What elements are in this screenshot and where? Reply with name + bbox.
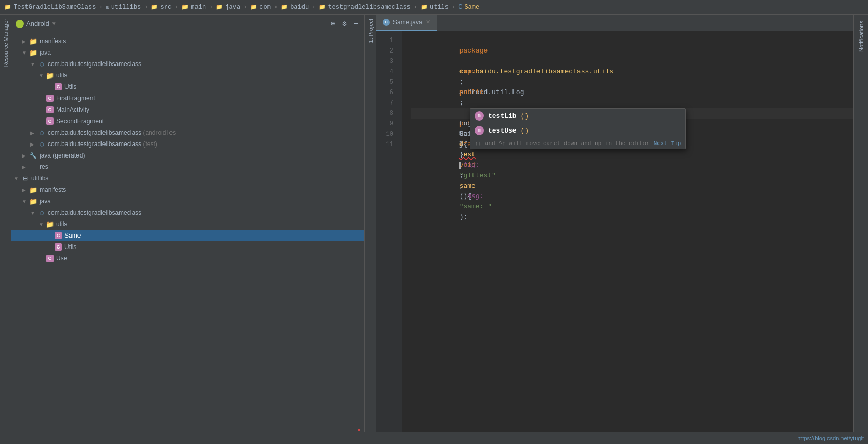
sep3: › xyxy=(175,4,178,11)
tree-item-java2[interactable]: ▼ 📁 java xyxy=(11,195,364,207)
breadcrumb-utils[interactable]: utils xyxy=(430,4,449,11)
tree-item-utillibs[interactable]: ▼ ⊞ utillibs xyxy=(11,173,364,184)
tree-item-second-fragment[interactable]: C SecondFragment xyxy=(11,115,364,127)
tree-label-utils2: utils xyxy=(56,220,67,228)
class-icon-sf: C xyxy=(46,117,54,125)
folder-icon-utils1: 📁 xyxy=(46,71,54,80)
tree-label-use: Use xyxy=(56,255,67,262)
autocomplete-item-testlib[interactable]: m testLib () xyxy=(470,109,685,123)
ac-hint-bar: ↑↓ and ^↑ will move caret down and up in… xyxy=(470,138,685,149)
code-lines: package com.baidu.testgradlelibsameclass… xyxy=(402,31,853,432)
tab-close-button[interactable]: ✕ xyxy=(426,19,430,25)
res-icon1: ≡ xyxy=(29,163,37,171)
tree-label-utillibs: utillibs xyxy=(31,175,48,182)
scroll-indicator xyxy=(11,429,364,432)
line-num-7: 7 xyxy=(376,98,398,108)
class-icon-ma: C xyxy=(46,106,54,114)
pkg-icon4: ⬡ xyxy=(37,208,46,217)
tree-label-same: Same xyxy=(64,232,81,239)
folder-icon-java1: 📁 xyxy=(29,48,37,57)
breadcrumb-project[interactable]: TestGradleLibSameClass xyxy=(14,4,96,11)
pkg-icon1: ⬡ xyxy=(37,60,46,68)
breadcrumb-com[interactable]: com xyxy=(259,4,271,11)
gear-button[interactable]: ⚙ xyxy=(340,18,348,29)
tree-item-utils-cls2[interactable]: C Utils xyxy=(11,241,364,253)
class-icon-use: C xyxy=(46,254,54,263)
resource-manager-label[interactable]: Resource Manager xyxy=(2,15,10,72)
tab-bar: C Same.java ✕ xyxy=(376,15,853,31)
add-button[interactable]: ⊕ xyxy=(328,18,337,29)
tree-item-use[interactable]: C Use xyxy=(11,253,364,264)
tab-class-icon: C xyxy=(383,19,390,26)
tree-item-java-gen[interactable]: ▶ 🔧 java (generated) xyxy=(11,150,364,161)
breadcrumb-java[interactable]: java xyxy=(225,4,240,11)
tree-label-pkg3-suffix: (test) xyxy=(141,140,157,148)
tree-label-java2: java xyxy=(40,198,51,205)
code-line-6: ○ public static void same (){ xyxy=(411,87,853,98)
tab-same-java[interactable]: C Same.java ✕ xyxy=(376,15,437,31)
tree-item-first-fragment[interactable]: C FirstFragment xyxy=(11,93,364,104)
pkg-icon2: ⬡ xyxy=(37,128,46,137)
tree-item-utils2[interactable]: ▼ 📁 utils xyxy=(11,218,364,230)
minus-button[interactable]: − xyxy=(352,19,360,29)
tree-item-manifests2[interactable]: ▶ 📁 manifests xyxy=(11,184,364,195)
breadcrumb-main[interactable]: main xyxy=(191,4,206,11)
tree-label-pkg3: com.baidu.testgradlelibsameclass xyxy=(48,140,141,148)
line-num-5: 5 xyxy=(376,77,398,87)
breadcrumb-utillibs[interactable]: utillibs xyxy=(111,4,141,11)
code-line-5: public class Same { xyxy=(411,77,853,87)
breadcrumb-baidu[interactable]: baidu xyxy=(290,4,309,11)
project-tree[interactable]: ▶ 📁 manifests ▼ 📁 java ▼ ⬡ com.baidu.tes… xyxy=(11,33,364,429)
tree-label-java-gen: java (generated) xyxy=(40,152,85,159)
breadcrumb-testgradlelibsameclass[interactable]: testgradlelibsameclass xyxy=(328,4,410,11)
folder-icon-manifests2: 📁 xyxy=(29,186,37,194)
utillibs-icon: ⊞ xyxy=(21,174,29,182)
code-line-3: import android.util.Log ; xyxy=(411,56,853,67)
android-icon xyxy=(16,20,24,28)
tree-item-utils1[interactable]: ▼ 📁 utils xyxy=(11,70,364,81)
project-side-tab: 1: Project xyxy=(365,15,376,432)
sep6: › xyxy=(274,4,278,11)
sep5: › xyxy=(243,4,247,11)
code-line-2 xyxy=(411,46,853,56)
line-num-9: 9 xyxy=(376,119,398,129)
panel-toolbar: Android ▼ ⊕ ⚙ − xyxy=(11,15,364,33)
code-line-4 xyxy=(411,67,853,77)
right-side-labels: Notifications xyxy=(853,15,868,432)
tree-item-pkg2[interactable]: ▶ ⬡ com.baidu.testgradlelibsameclass (an… xyxy=(11,127,364,138)
tree-item-pkg1[interactable]: ▼ ⬡ com.baidu.testgradlelibsameclass xyxy=(11,58,364,70)
tree-item-same[interactable]: C Same xyxy=(11,230,364,241)
breadcrumb-same[interactable]: Same xyxy=(464,4,479,11)
breadcrumb-src[interactable]: src xyxy=(160,4,172,11)
breadcrumb-icon3: 📁 xyxy=(151,4,158,10)
ac-hint-text: ↑↓ and ^↑ will move caret down and up in… xyxy=(475,140,650,147)
tree-item-manifests1[interactable]: ▶ 📁 manifests xyxy=(11,35,364,47)
breadcrumb-icon5: 📁 xyxy=(216,4,223,10)
tree-item-res1[interactable]: ▶ ≡ res xyxy=(11,161,364,173)
tree-item-java1[interactable]: ▼ 📁 java xyxy=(11,47,364,58)
left-side-panel: Resource Manager xyxy=(0,15,11,432)
line-num-3: 3 xyxy=(376,56,398,67)
class-icon-utils1: C xyxy=(54,83,62,91)
class-icon-utils2: C xyxy=(54,243,62,251)
autocomplete-popup: m testLib () m testUse () ↑↓ and ^ xyxy=(470,108,686,149)
autocomplete-item-testuse[interactable]: m testUse () xyxy=(470,123,685,138)
tree-item-utils-class1[interactable]: C Utils xyxy=(11,81,364,93)
android-dropdown[interactable]: Android ▼ xyxy=(16,20,57,28)
java-gen-icon: 🔧 xyxy=(29,151,37,160)
ac-method-testuse: testUse () xyxy=(488,127,529,135)
status-link[interactable]: https://blog.csdn.net/ytugit xyxy=(797,435,864,441)
sep1: › xyxy=(99,4,102,11)
sep9: › xyxy=(452,4,455,11)
folder-icon-manifests1: 📁 xyxy=(29,37,37,45)
tree-item-main-activity[interactable]: C MainActivity xyxy=(11,104,364,115)
editor-content[interactable]: 1 2 3 4 5 6 7 8 9 10 11 package xyxy=(376,31,853,432)
tree-item-pkg4[interactable]: ▼ ⬡ com.baidu.testgradlelibsameclass xyxy=(11,207,364,218)
tree-label-ff: FirstFragment xyxy=(56,95,95,102)
tree-item-pkg3[interactable]: ▶ ⬡ com.baidu.testgradlelibsameclass (te… xyxy=(11,138,364,150)
ac-icon-testlib: m xyxy=(475,111,484,121)
breadcrumb-icon7: 📁 xyxy=(281,4,288,10)
right-vert-label[interactable]: Notifications xyxy=(857,17,865,56)
next-tip-link[interactable]: Next Tip xyxy=(654,140,681,147)
project-tab-label[interactable]: 1: Project xyxy=(366,15,375,47)
